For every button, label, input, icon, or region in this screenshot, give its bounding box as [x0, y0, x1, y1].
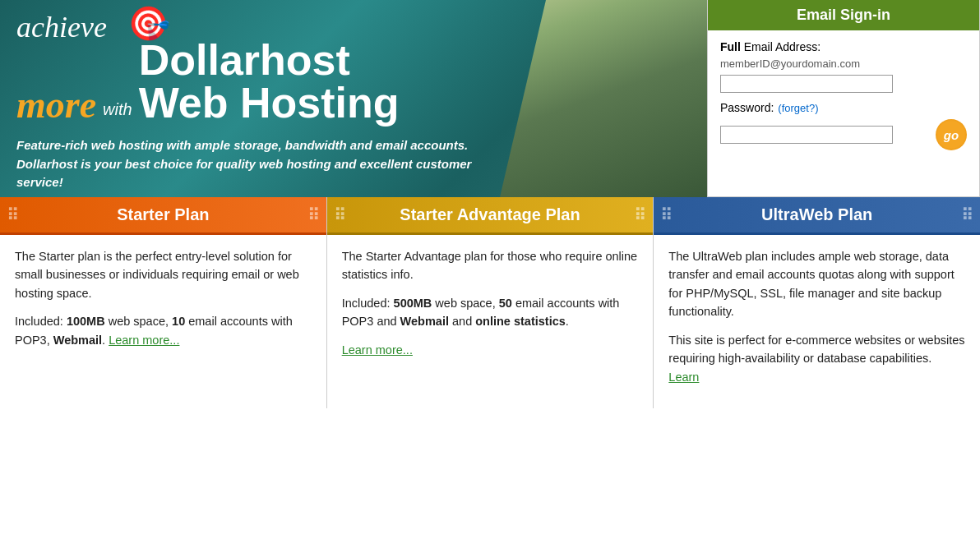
starter-accounts: 10	[172, 315, 185, 328]
starter-advantage-plan-column: Starter Advantage Plan The Starter Advan…	[327, 197, 654, 408]
signin-email-hint: memberID@yourdomain.com	[720, 58, 967, 70]
signin-password-row: Password: (forget?)	[720, 101, 967, 114]
signin-forget-link[interactable]: (forget?)	[778, 102, 818, 114]
signin-panel: Email Sign-in Full Email Address: member…	[707, 0, 980, 197]
signin-password-label: Password:	[720, 101, 774, 114]
starter-plan-header: Starter Plan	[0, 197, 326, 235]
ultraweb-desc1: The UltraWeb plan includes ample web sto…	[668, 247, 965, 321]
starter-storage: 100MB	[67, 315, 105, 328]
starter-plan-title: Starter Plan	[117, 205, 209, 223]
starter-webmail: Webmail	[53, 334, 102, 347]
ultraweb-learn-more-link[interactable]: Learn	[668, 371, 699, 384]
starter-adv-accounts: 50	[499, 297, 512, 310]
banner-text-area: achieve more with Dollarhost Web Hosting…	[16, 12, 493, 192]
ultraweb-plan-body: The UltraWeb plan includes ample web sto…	[654, 235, 980, 408]
ultraweb-plan-header: UltraWeb Plan	[654, 197, 980, 235]
starter-adv-learn-more-link[interactable]: Learn more...	[342, 343, 413, 357]
starter-advantage-plan-body: The Starter Advantage plan for those who…	[327, 235, 654, 381]
starter-desc2: Included: 100MB web space, 10 email acco…	[15, 312, 312, 349]
signin-full-bold: Full	[720, 40, 741, 53]
starter-plan-body: The Starter plan is the perfect entry-le…	[0, 235, 326, 371]
starter-adv-desc1: The Starter Advantage plan for those who…	[342, 247, 639, 284]
signin-email-label: Full Email Address:	[720, 40, 967, 53]
header-banner: 🎯 achieve more with Dollarhost Web Hosti…	[0, 0, 707, 197]
signin-go-label: go	[944, 128, 959, 142]
starter-included-label: Included:	[15, 315, 67, 328]
starter-adv-desc2: Included: 500MB web space, 50 email acco…	[342, 294, 639, 331]
email-input[interactable]	[720, 75, 893, 93]
password-input[interactable]	[720, 126, 893, 144]
signin-bottom-row: go	[720, 119, 967, 150]
ultraweb-plan-column: UltraWeb Plan The UltraWeb plan includes…	[654, 197, 980, 408]
starter-space-label: web space,	[105, 315, 172, 328]
ultraweb-desc2: This site is perfect for e-commerce webs…	[668, 331, 965, 386]
main-wrapper: 🎯 achieve more with Dollarhost Web Hosti…	[0, 0, 980, 408]
ultraweb-desc2-text: This site is perfect for e-commerce webs…	[668, 334, 964, 365]
starter-adv-stats: online statistics	[475, 315, 566, 328]
starter-plan-column: Starter Plan The Starter plan is the per…	[0, 197, 327, 408]
banner-subtitle-text: Feature-rich web hosting with ample stor…	[16, 136, 493, 192]
signin-title: Email Sign-in	[708, 0, 979, 30]
banner-achieve-text: achieve	[16, 12, 107, 42]
signin-body: Full Email Address: memberID@yourdomain.…	[708, 30, 979, 160]
starter-advantage-plan-header: Starter Advantage Plan	[327, 197, 654, 235]
starter-advantage-plan-title: Starter Advantage Plan	[400, 205, 580, 223]
banner-with-text: with	[103, 100, 132, 119]
banner-dollarhost-text: Dollarhost	[139, 39, 400, 81]
starter-desc1: The Starter plan is the perfect entry-le…	[15, 247, 312, 302]
starter-adv-webmail: Webmail	[400, 315, 449, 328]
ultraweb-plan-title: UltraWeb Plan	[761, 205, 872, 223]
header-row: 🎯 achieve more with Dollarhost Web Hosti…	[0, 0, 980, 197]
starter-adv-storage: 500MB	[394, 297, 432, 310]
banner-webhosting-text: Web Hosting	[139, 81, 400, 124]
starter-adv-learn-more: Learn more...	[342, 341, 639, 359]
plans-row: Starter Plan The Starter plan is the per…	[0, 197, 980, 408]
starter-learn-more-link[interactable]: Learn more...	[109, 334, 179, 347]
signin-go-button[interactable]: go	[936, 119, 967, 150]
banner-more-text: more	[16, 86, 96, 124]
